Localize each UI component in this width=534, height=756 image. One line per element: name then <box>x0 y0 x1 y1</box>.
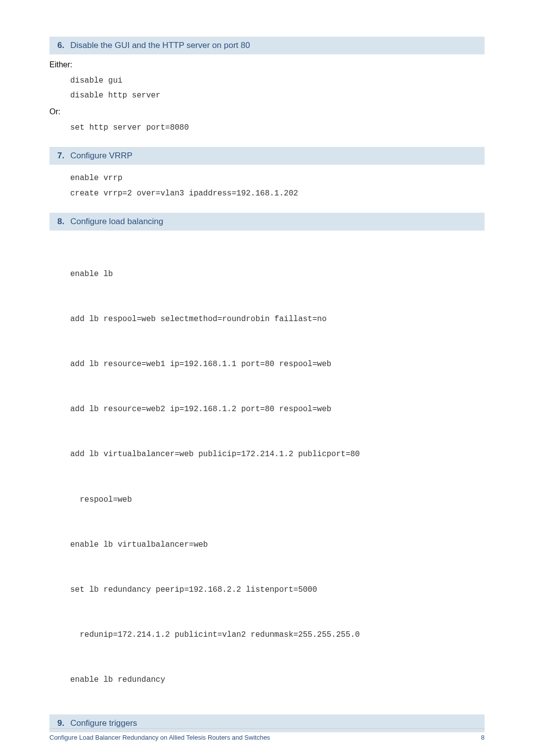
code-or: set http server port=8080 <box>49 120 485 135</box>
code-line: add lb respool=web selectmethod=roundrob… <box>70 312 485 327</box>
code-line: enable lb virtualbalancer=web <box>70 537 485 552</box>
page-footer: Configure Load Balancer Redundancy on Al… <box>49 728 485 741</box>
step-6-header: 6.Disable the GUI and the HTTP server on… <box>49 37 485 54</box>
or-label: Or: <box>49 107 485 116</box>
code-line: add lb resource=web1 ip=192.168.1.1 port… <box>70 357 485 372</box>
step-num: 6. <box>57 41 64 50</box>
code-cont: respool=web <box>70 492 485 507</box>
step-title: Configure VRRP <box>70 151 133 160</box>
step-7-header: 7.Configure VRRP <box>49 147 485 165</box>
step-num: 7. <box>57 151 64 160</box>
step-title: Configure triggers <box>70 718 137 728</box>
either-label: Either: <box>49 60 485 69</box>
footer-title: Configure Load Balancer Redundancy on Al… <box>49 734 270 741</box>
step-title: Disable the GUI and the HTTP server on p… <box>70 41 250 50</box>
step-num: 8. <box>57 217 64 226</box>
code-line: enable lb redundancy <box>70 672 485 687</box>
step-num: 9. <box>57 718 64 728</box>
code-either: disable gui disable http server <box>49 73 485 103</box>
code-line: add lb virtualbalancer=web publicip=172.… <box>70 447 485 462</box>
step-8-header: 8.Configure load balancing <box>49 213 485 231</box>
code-vrrp: enable vrrp create vrrp=2 over=vlan3 ipa… <box>49 171 485 201</box>
code-line: enable lb <box>70 267 485 282</box>
code-loadbalancing: enable lb add lb respool=web selectmetho… <box>49 236 485 703</box>
code-line: add lb resource=web2 ip=192.168.1.2 port… <box>70 402 485 417</box>
code-cont: redunip=172.214.1.2 publicint=vlan2 redu… <box>70 627 485 642</box>
step-title: Configure load balancing <box>70 217 163 226</box>
code-line: set lb redundancy peerip=192.168.2.2 lis… <box>70 582 485 597</box>
footer-page-number: 8 <box>481 734 485 741</box>
